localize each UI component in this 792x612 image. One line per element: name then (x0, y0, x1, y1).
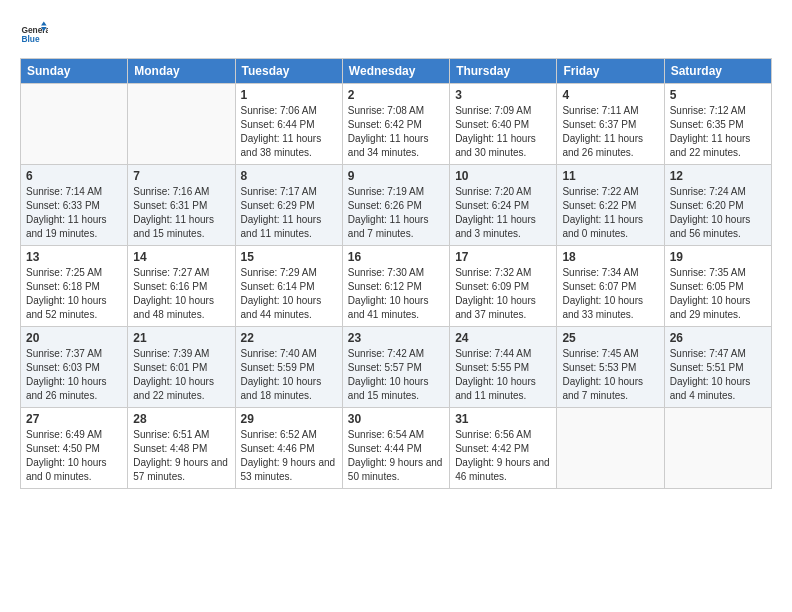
calendar-cell: 8Sunrise: 7:17 AMSunset: 6:29 PMDaylight… (235, 165, 342, 246)
sunset-text: Sunset: 6:31 PM (133, 199, 229, 213)
calendar-cell: 19Sunrise: 7:35 AMSunset: 6:05 PMDayligh… (664, 246, 771, 327)
sunrise-text: Sunrise: 7:45 AM (562, 347, 658, 361)
day-info: Sunrise: 7:22 AMSunset: 6:22 PMDaylight:… (562, 185, 658, 241)
svg-marker-2 (41, 21, 47, 25)
calendar-row-5: 27Sunrise: 6:49 AMSunset: 4:50 PMDayligh… (21, 408, 772, 489)
sunset-text: Sunset: 6:14 PM (241, 280, 337, 294)
daylight-text: Daylight: 11 hours and 34 minutes. (348, 132, 444, 160)
day-info: Sunrise: 7:08 AMSunset: 6:42 PMDaylight:… (348, 104, 444, 160)
daylight-text: Daylight: 10 hours and 48 minutes. (133, 294, 229, 322)
daylight-text: Daylight: 10 hours and 22 minutes. (133, 375, 229, 403)
calendar-cell: 18Sunrise: 7:34 AMSunset: 6:07 PMDayligh… (557, 246, 664, 327)
day-number: 7 (133, 169, 229, 183)
column-header-tuesday: Tuesday (235, 59, 342, 84)
day-number: 16 (348, 250, 444, 264)
svg-text:Blue: Blue (21, 34, 39, 44)
daylight-text: Daylight: 10 hours and 7 minutes. (562, 375, 658, 403)
calendar-cell: 3Sunrise: 7:09 AMSunset: 6:40 PMDaylight… (450, 84, 557, 165)
daylight-text: Daylight: 11 hours and 26 minutes. (562, 132, 658, 160)
day-number: 31 (455, 412, 551, 426)
day-number: 15 (241, 250, 337, 264)
sunrise-text: Sunrise: 7:08 AM (348, 104, 444, 118)
day-info: Sunrise: 7:32 AMSunset: 6:09 PMDaylight:… (455, 266, 551, 322)
sunset-text: Sunset: 5:59 PM (241, 361, 337, 375)
sunset-text: Sunset: 6:26 PM (348, 199, 444, 213)
sunrise-text: Sunrise: 7:42 AM (348, 347, 444, 361)
daylight-text: Daylight: 10 hours and 37 minutes. (455, 294, 551, 322)
sunset-text: Sunset: 6:09 PM (455, 280, 551, 294)
day-number: 1 (241, 88, 337, 102)
calendar-cell: 5Sunrise: 7:12 AMSunset: 6:35 PMDaylight… (664, 84, 771, 165)
daylight-text: Daylight: 10 hours and 52 minutes. (26, 294, 122, 322)
calendar-cell: 25Sunrise: 7:45 AMSunset: 5:53 PMDayligh… (557, 327, 664, 408)
day-number: 26 (670, 331, 766, 345)
sunrise-text: Sunrise: 7:17 AM (241, 185, 337, 199)
day-number: 8 (241, 169, 337, 183)
calendar-row-2: 6Sunrise: 7:14 AMSunset: 6:33 PMDaylight… (21, 165, 772, 246)
day-info: Sunrise: 7:45 AMSunset: 5:53 PMDaylight:… (562, 347, 658, 403)
day-number: 11 (562, 169, 658, 183)
day-number: 13 (26, 250, 122, 264)
day-info: Sunrise: 7:25 AMSunset: 6:18 PMDaylight:… (26, 266, 122, 322)
day-number: 29 (241, 412, 337, 426)
calendar-table: SundayMondayTuesdayWednesdayThursdayFrid… (20, 58, 772, 489)
sunset-text: Sunset: 6:18 PM (26, 280, 122, 294)
daylight-text: Daylight: 11 hours and 19 minutes. (26, 213, 122, 241)
calendar-cell: 29Sunrise: 6:52 AMSunset: 4:46 PMDayligh… (235, 408, 342, 489)
day-info: Sunrise: 6:56 AMSunset: 4:42 PMDaylight:… (455, 428, 551, 484)
day-info: Sunrise: 7:35 AMSunset: 6:05 PMDaylight:… (670, 266, 766, 322)
daylight-text: Daylight: 9 hours and 53 minutes. (241, 456, 337, 484)
daylight-text: Daylight: 11 hours and 38 minutes. (241, 132, 337, 160)
day-number: 3 (455, 88, 551, 102)
sunset-text: Sunset: 6:05 PM (670, 280, 766, 294)
day-info: Sunrise: 6:51 AMSunset: 4:48 PMDaylight:… (133, 428, 229, 484)
logo: General Blue (20, 20, 52, 48)
calendar-cell: 14Sunrise: 7:27 AMSunset: 6:16 PMDayligh… (128, 246, 235, 327)
day-info: Sunrise: 7:37 AMSunset: 6:03 PMDaylight:… (26, 347, 122, 403)
day-info: Sunrise: 6:52 AMSunset: 4:46 PMDaylight:… (241, 428, 337, 484)
sunrise-text: Sunrise: 6:51 AM (133, 428, 229, 442)
sunset-text: Sunset: 5:53 PM (562, 361, 658, 375)
sunrise-text: Sunrise: 7:40 AM (241, 347, 337, 361)
column-header-wednesday: Wednesday (342, 59, 449, 84)
sunrise-text: Sunrise: 7:14 AM (26, 185, 122, 199)
day-info: Sunrise: 7:24 AMSunset: 6:20 PMDaylight:… (670, 185, 766, 241)
daylight-text: Daylight: 10 hours and 41 minutes. (348, 294, 444, 322)
calendar-cell: 30Sunrise: 6:54 AMSunset: 4:44 PMDayligh… (342, 408, 449, 489)
sunrise-text: Sunrise: 7:09 AM (455, 104, 551, 118)
day-info: Sunrise: 7:47 AMSunset: 5:51 PMDaylight:… (670, 347, 766, 403)
day-number: 2 (348, 88, 444, 102)
logo-icon: General Blue (20, 20, 48, 48)
sunset-text: Sunset: 5:55 PM (455, 361, 551, 375)
sunset-text: Sunset: 6:07 PM (562, 280, 658, 294)
day-info: Sunrise: 6:49 AMSunset: 4:50 PMDaylight:… (26, 428, 122, 484)
sunrise-text: Sunrise: 7:12 AM (670, 104, 766, 118)
day-info: Sunrise: 7:34 AMSunset: 6:07 PMDaylight:… (562, 266, 658, 322)
sunset-text: Sunset: 5:51 PM (670, 361, 766, 375)
sunset-text: Sunset: 6:33 PM (26, 199, 122, 213)
calendar-cell: 31Sunrise: 6:56 AMSunset: 4:42 PMDayligh… (450, 408, 557, 489)
sunrise-text: Sunrise: 7:30 AM (348, 266, 444, 280)
sunrise-text: Sunrise: 7:32 AM (455, 266, 551, 280)
sunrise-text: Sunrise: 7:39 AM (133, 347, 229, 361)
sunrise-text: Sunrise: 7:11 AM (562, 104, 658, 118)
calendar-cell: 11Sunrise: 7:22 AMSunset: 6:22 PMDayligh… (557, 165, 664, 246)
sunrise-text: Sunrise: 7:20 AM (455, 185, 551, 199)
day-info: Sunrise: 7:20 AMSunset: 6:24 PMDaylight:… (455, 185, 551, 241)
day-number: 22 (241, 331, 337, 345)
day-number: 14 (133, 250, 229, 264)
column-header-thursday: Thursday (450, 59, 557, 84)
calendar-cell: 27Sunrise: 6:49 AMSunset: 4:50 PMDayligh… (21, 408, 128, 489)
day-info: Sunrise: 7:16 AMSunset: 6:31 PMDaylight:… (133, 185, 229, 241)
calendar-cell: 21Sunrise: 7:39 AMSunset: 6:01 PMDayligh… (128, 327, 235, 408)
day-info: Sunrise: 7:14 AMSunset: 6:33 PMDaylight:… (26, 185, 122, 241)
day-info: Sunrise: 7:29 AMSunset: 6:14 PMDaylight:… (241, 266, 337, 322)
calendar-cell: 20Sunrise: 7:37 AMSunset: 6:03 PMDayligh… (21, 327, 128, 408)
calendar-cell: 28Sunrise: 6:51 AMSunset: 4:48 PMDayligh… (128, 408, 235, 489)
sunrise-text: Sunrise: 7:16 AM (133, 185, 229, 199)
column-header-saturday: Saturday (664, 59, 771, 84)
calendar-cell (21, 84, 128, 165)
sunrise-text: Sunrise: 7:06 AM (241, 104, 337, 118)
sunset-text: Sunset: 6:42 PM (348, 118, 444, 132)
day-info: Sunrise: 7:19 AMSunset: 6:26 PMDaylight:… (348, 185, 444, 241)
